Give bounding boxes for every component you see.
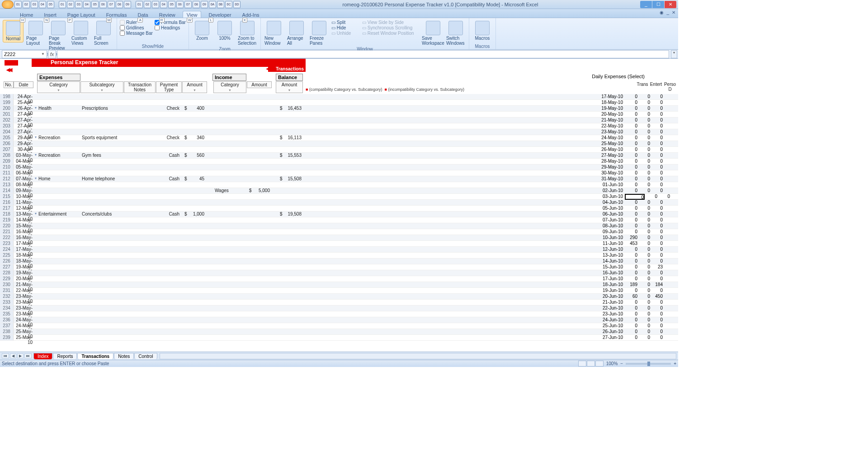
daily-row[interactable]: 25-Jun-10000 xyxy=(597,323,678,329)
table-row[interactable]: 20026-Apr-10▾HealthPrescriptionsCheck$40… xyxy=(0,106,678,112)
col-payment[interactable]: Payment Type xyxy=(156,81,182,93)
daily-row[interactable]: 27-May-10000 xyxy=(597,153,678,159)
ruler-checkbox[interactable]: Ruler xyxy=(120,20,153,25)
sheet-tab-transactions[interactable]: Transactions xyxy=(77,353,113,359)
save-workspace-button[interactable]: Save Workspace xyxy=(423,20,443,47)
qat-button[interactable]: 01 xyxy=(59,1,66,8)
qat-button[interactable]: 05 xyxy=(47,1,54,8)
hide-button[interactable]: ▭ Hide xyxy=(331,25,360,30)
table-row[interactable]: 20803-May-10▾RecreationGym feesCash$560$… xyxy=(0,153,678,159)
qat-button[interactable]: 08 xyxy=(193,1,200,8)
col-date[interactable]: Date xyxy=(14,81,33,88)
daily-row[interactable]: 28-May-10000 xyxy=(597,159,678,164)
qat-button[interactable]: 01 xyxy=(14,1,22,8)
table-row[interactable]: 20427-Apr-10 xyxy=(0,129,678,135)
fx-icon[interactable]: fx xyxy=(48,50,56,58)
table-row[interactable]: 23624-May-10 xyxy=(0,317,678,323)
daily-row[interactable]: 22-Jun-10000 xyxy=(597,306,678,311)
help-icon[interactable]: ◉ xyxy=(660,10,664,15)
table-row[interactable]: 22618-May-10 xyxy=(0,258,678,264)
qat-button[interactable]: 09 xyxy=(124,1,131,8)
daily-row[interactable]: 08-Jun-10000 xyxy=(597,223,678,229)
col-notes[interactable]: Transaction Notes xyxy=(124,81,156,93)
ribbon-tab-developer[interactable]: DeveloperL xyxy=(205,11,235,18)
ribbon-minimize-icon[interactable]: _ xyxy=(666,10,669,15)
daily-row[interactable]: 15-Jun-100023 xyxy=(597,264,678,270)
qat-button[interactable]: 01 xyxy=(136,1,143,8)
collapse-icon[interactable]: ▾ xyxy=(33,106,37,111)
unhide-button[interactable]: ▭ Unhide xyxy=(331,31,360,36)
page-break-button[interactable]: Page Break Preview xyxy=(48,20,69,52)
ribbon-tab-data[interactable]: DataA xyxy=(134,11,151,18)
table-row[interactable]: 22518-May-10 xyxy=(0,253,678,258)
table-row[interactable]: 21106-May-10 xyxy=(0,170,678,176)
table-row[interactable]: 23423-May-10 xyxy=(0,306,678,311)
table-row[interactable]: 22719-May-10 xyxy=(0,264,678,270)
table-row[interactable]: 22015-May-10 xyxy=(0,223,678,229)
table-row[interactable]: 20327-Apr-10 xyxy=(0,123,678,129)
qat-button[interactable]: 02 xyxy=(23,1,30,8)
table-row[interactable]: 23122-May-10 xyxy=(0,288,678,294)
daily-row[interactable]: 13-Jun-10000 xyxy=(597,253,678,258)
reset-pos-button[interactable]: ▭ Reset Window Position xyxy=(362,31,421,36)
daily-row[interactable]: 31-May-10000 xyxy=(597,176,678,182)
daily-row[interactable]: 25-May-10000 xyxy=(597,141,678,147)
custom-views-button[interactable]: Custom Views xyxy=(71,20,91,47)
table-row[interactable]: 21813-May-10▾EntertainmentConcerts/clubs… xyxy=(0,212,678,217)
formula-input[interactable] xyxy=(57,50,669,58)
daily-row[interactable]: 24-Jun-10000 xyxy=(597,317,678,323)
daily-row[interactable]: 05-Jun-10000 xyxy=(597,206,678,212)
daily-row[interactable]: 16-Jun-10000 xyxy=(597,270,678,276)
ribbon-tab-insert[interactable]: InsertN xyxy=(40,11,60,18)
qat-button[interactable]: 05 xyxy=(91,1,99,8)
qat-button[interactable]: 03 xyxy=(152,1,159,8)
daily-row[interactable]: 19-May-10000 xyxy=(597,106,678,112)
table-row[interactable]: 22417-May-10 xyxy=(0,247,678,253)
daily-row[interactable]: 26-May-10000 xyxy=(597,147,678,153)
formula-expand-icon[interactable]: ▾ xyxy=(671,50,677,58)
collapse-icon[interactable]: ▾ xyxy=(33,153,37,158)
table-row[interactable]: 20529-Apr-10▾RecreationSports equipmentC… xyxy=(0,135,678,141)
table-row[interactable]: 23223-May-10 xyxy=(0,294,678,300)
table-row[interactable]: 23925-May-10 xyxy=(0,335,678,341)
horizontal-scrollbar[interactable] xyxy=(160,353,676,359)
name-box[interactable]: Z222▼ xyxy=(2,50,47,58)
qat-button[interactable]: 03 xyxy=(31,1,38,8)
table-row[interactable]: 23724-May-10 xyxy=(0,323,678,329)
table-row[interactable]: 23021-May-10 xyxy=(0,282,678,288)
table-row[interactable]: 23523-May-10 xyxy=(0,311,678,317)
minimize-button[interactable]: _ xyxy=(640,1,652,8)
daily-row[interactable]: 23-Jun-10000 xyxy=(597,311,678,317)
daily-row[interactable]: 20-Jun-10600450 xyxy=(597,294,678,300)
table-row[interactable]: 21308-May-10 xyxy=(0,182,678,188)
data-rows[interactable]: 19824-Apr-1019925-Apr-1020026-Apr-10▾Hea… xyxy=(0,94,678,352)
qat-button[interactable]: 04 xyxy=(39,1,46,8)
table-row[interactable]: 23323-May-10 xyxy=(0,300,678,306)
daily-row[interactable]: 27-Jun-10000 xyxy=(597,335,678,341)
qat-button[interactable]: 03 xyxy=(75,1,82,8)
qat-button[interactable]: 0B xyxy=(217,1,224,8)
daily-row[interactable]: 02-Jun-10000 xyxy=(597,188,678,194)
daily-row[interactable]: 20-May-10000 xyxy=(597,112,678,118)
split-button[interactable]: ▭ Split xyxy=(331,20,360,25)
view-buttons[interactable] xyxy=(578,361,604,367)
table-row[interactable]: 23825-May-10 xyxy=(0,329,678,335)
daily-row[interactable]: 09-Jun-10000 xyxy=(597,229,678,235)
daily-row[interactable]: 23-May-10000 xyxy=(597,129,678,135)
normal-view-button[interactable]: Normal xyxy=(3,20,24,42)
arrange-all-button[interactable]: Arrange All xyxy=(286,20,307,47)
qat-button[interactable]: 07 xyxy=(108,1,115,8)
table-row[interactable]: 19824-Apr-10 xyxy=(0,94,678,100)
table-row[interactable]: 21611-May-10 xyxy=(0,200,678,206)
daily-row[interactable]: 26-Jun-10000 xyxy=(597,329,678,335)
macros-button[interactable]: Macros xyxy=(472,20,493,42)
table-row[interactable]: 20127-Apr-10 xyxy=(0,112,678,118)
table-row[interactable]: 22819-May-10 xyxy=(0,270,678,276)
col-category[interactable]: Category▼ xyxy=(37,81,80,93)
table-row[interactable]: 22216-May-10 xyxy=(0,235,678,241)
table-row[interactable]: 22317-May-10 xyxy=(0,241,678,247)
sheet-nav-arrows[interactable]: ⏮◀▶⏭ xyxy=(0,353,33,358)
table-row[interactable]: 21207-May-10▾HomeHome telephoneCash$45$1… xyxy=(0,176,678,182)
daily-row[interactable]: 07-Jun-10000 xyxy=(597,217,678,223)
qat-button[interactable]: 07 xyxy=(184,1,192,8)
